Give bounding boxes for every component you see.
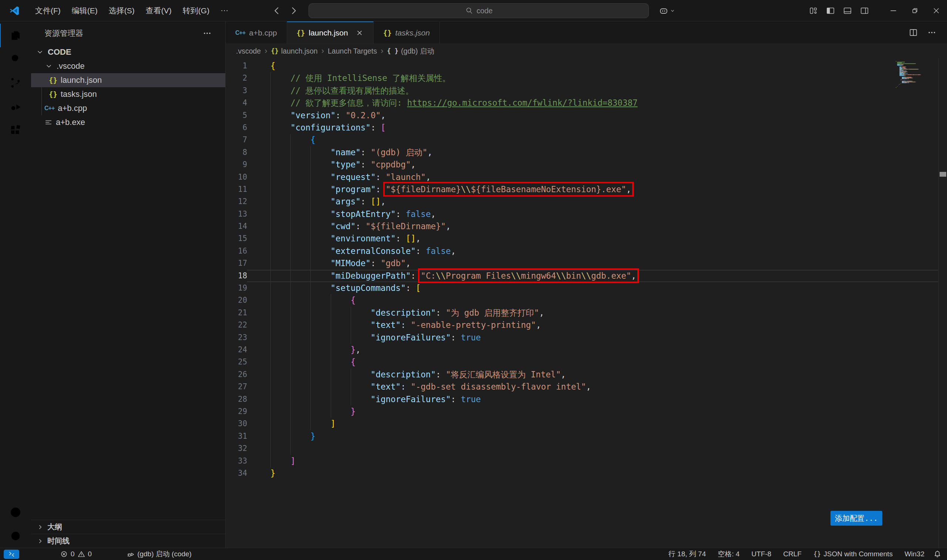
- extensions-icon[interactable]: [0, 118, 31, 142]
- token: :: [396, 234, 406, 243]
- add-configuration-button[interactable]: 添加配置...: [830, 511, 882, 526]
- line-number: 32: [226, 443, 247, 455]
- explorer-icon[interactable]: [0, 24, 31, 47]
- breadcrumb-label: .vscode: [236, 47, 261, 55]
- tree-item-CODE[interactable]: CODE: [31, 45, 225, 59]
- token: // 使用 IntelliSense 了解相关属性。: [290, 73, 450, 83]
- search-icon[interactable]: [0, 47, 31, 71]
- indent-guide: [331, 381, 351, 393]
- chevron-right-icon: [36, 523, 45, 531]
- breadcrumb-item[interactable]: Launch Targets: [328, 47, 377, 55]
- indent-guide: [351, 307, 371, 319]
- token: "-enable-pretty-printing": [410, 320, 536, 330]
- status-item-UTF-8[interactable]: UTF-8: [748, 550, 774, 558]
- tree-item-a+b.cpp[interactable]: C++a+b.cpp: [31, 101, 225, 115]
- forward-arrow-icon[interactable]: [288, 5, 299, 16]
- token: "description": [371, 370, 436, 379]
- menu-item[interactable]: ···: [215, 3, 234, 18]
- menu-item[interactable]: 文件(F): [29, 3, 66, 18]
- breadcrumb-item[interactable]: { }(gdb) 启动: [387, 46, 434, 56]
- menu-item[interactable]: 转到(G): [177, 3, 215, 18]
- more-actions-icon[interactable]: [202, 28, 212, 38]
- token: ,: [381, 111, 386, 120]
- line-number: 5: [226, 109, 247, 122]
- status-item-JSON with Comments[interactable]: {}JSON with Comments: [810, 550, 896, 558]
- status-item-行 18, 列 74[interactable]: 行 18, 列 74: [665, 549, 709, 559]
- indent-guide: [310, 319, 330, 331]
- tree-item-label: CODE: [48, 47, 71, 57]
- toggle-secondary-sidebar-icon[interactable]: [856, 0, 873, 22]
- indent-guide: [270, 393, 290, 406]
- indent-guide: [270, 418, 290, 430]
- tree-item-a+b.exe[interactable]: a+b.exe: [31, 115, 225, 129]
- highlight-box: "C:\\Program Files\\mingw64\\bin\\gdb.ex…: [421, 271, 636, 280]
- cpp-file-icon: C++: [235, 29, 245, 36]
- toggle-panel-icon[interactable]: [839, 0, 856, 22]
- back-arrow-icon[interactable]: [271, 5, 282, 16]
- token: "request": [331, 172, 376, 182]
- indent-guide: [290, 146, 310, 158]
- split-editor-icon[interactable]: [908, 28, 918, 37]
- indent-guide: [290, 183, 310, 195]
- indent-guide: [290, 443, 310, 455]
- notifications-bell-icon[interactable]: [933, 550, 942, 558]
- breadcrumb-item[interactable]: .vscode: [236, 47, 261, 55]
- indent-guide: [290, 134, 310, 146]
- indent-guide: [290, 282, 310, 294]
- tab-launch.json[interactable]: {}launch.json: [287, 22, 373, 44]
- customize-layout-icon[interactable]: [805, 0, 822, 22]
- menu-item[interactable]: 查看(V): [140, 3, 177, 18]
- search-box[interactable]: code: [308, 3, 649, 18]
- indent-guide: [310, 146, 330, 158]
- tree-item-.vscode[interactable]: .vscode: [31, 59, 225, 73]
- line-content: "text": "-enable-pretty-printing",: [247, 319, 938, 331]
- line-content: {: [247, 134, 938, 146]
- indent-guide: [310, 158, 330, 171]
- minimap[interactable]: [895, 60, 932, 91]
- code-line: 33]: [226, 455, 938, 467]
- token: "text": [371, 382, 401, 391]
- breadcrumb-item[interactable]: {}launch.json: [271, 47, 318, 55]
- line-number: 6: [226, 122, 247, 134]
- indent-guide: [270, 443, 290, 455]
- close-window-button[interactable]: [925, 0, 947, 22]
- code-editor[interactable]: 1{2// 使用 IntelliSense 了解相关属性。3// 悬停以查看现有…: [226, 58, 947, 548]
- status-item-Win32[interactable]: Win32: [901, 550, 928, 558]
- tab-tasks.json[interactable]: {}tasks.json: [373, 22, 440, 44]
- copilot-menu[interactable]: [659, 6, 676, 16]
- problems-status[interactable]: 0 0: [57, 550, 95, 558]
- tree-item-launch.json[interactable]: {}launch.json: [31, 73, 225, 87]
- token: "为 gdb 启用整齐打印": [446, 308, 539, 317]
- restore-button[interactable]: [904, 0, 925, 22]
- tree-item-tasks.json[interactable]: {}tasks.json: [31, 87, 225, 101]
- more-actions-icon[interactable]: [927, 28, 937, 37]
- source-control-icon[interactable]: [0, 71, 31, 95]
- token: "0.2.0": [345, 111, 381, 120]
- sidebar-section-大纲[interactable]: 大纲: [31, 520, 225, 534]
- status-item-CRLF[interactable]: CRLF: [780, 550, 805, 558]
- menu-item[interactable]: 选择(S): [103, 3, 140, 18]
- debug-status[interactable]: (gdb) 启动 (code): [123, 549, 194, 559]
- indent-guide: [331, 307, 351, 319]
- scrollbar-track[interactable]: [938, 58, 947, 548]
- status-item-空格: 4[interactable]: 空格: 4: [714, 549, 743, 559]
- remote-indicator[interactable]: [4, 550, 19, 559]
- run-debug-icon[interactable]: [0, 95, 31, 118]
- code-line: 15"environment": [],: [226, 232, 938, 245]
- line-number: 8: [226, 146, 247, 158]
- indent-guide: [310, 356, 330, 368]
- line-content: "stopAtEntry": false,: [247, 208, 938, 220]
- token: [: [381, 123, 386, 132]
- toggle-sidebar-icon[interactable]: [822, 0, 839, 22]
- tab-a+b.cpp[interactable]: C++a+b.cpp: [226, 22, 287, 44]
- indent-guide: [310, 307, 330, 319]
- sidebar-section-时间线[interactable]: 时间线: [31, 534, 225, 548]
- account-icon[interactable]: [0, 500, 31, 524]
- settings-gear-icon[interactable]: [0, 524, 31, 548]
- indent-guide: [290, 171, 310, 183]
- menu-item[interactable]: 编辑(E): [66, 3, 103, 18]
- line-number: 19: [226, 282, 247, 294]
- minimize-button[interactable]: [883, 0, 904, 22]
- indent-guide: [270, 109, 290, 122]
- editor-group: C++a+b.cpp{}launch.json{}tasks.json .vsc…: [226, 22, 947, 548]
